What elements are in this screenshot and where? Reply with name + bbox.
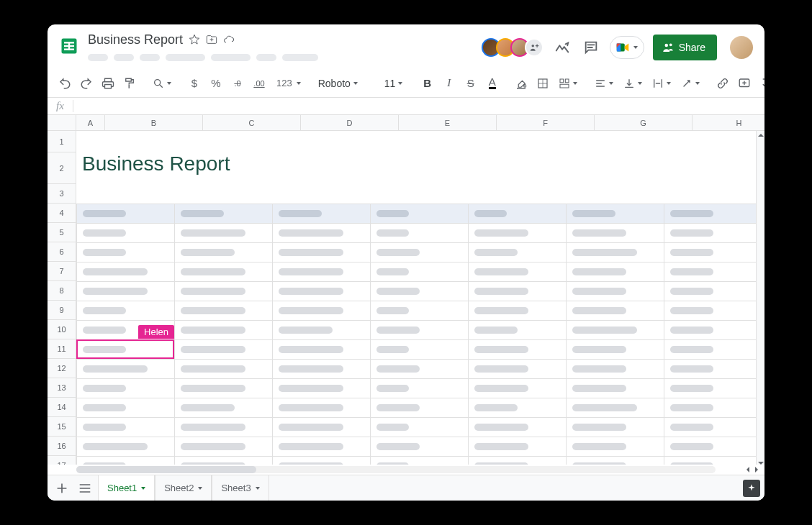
table-cell[interactable] <box>469 437 567 457</box>
merge-dropdown[interactable] <box>554 78 582 89</box>
table-cell[interactable] <box>469 379 567 398</box>
table-cell[interactable] <box>567 340 664 360</box>
select-all-corner[interactable] <box>48 115 76 130</box>
table-cell[interactable] <box>371 282 469 301</box>
table-cell[interactable] <box>77 301 175 321</box>
wrap-dropdown[interactable] <box>648 78 675 89</box>
table-cell[interactable] <box>77 437 175 457</box>
cloud-status-icon[interactable] <box>223 34 235 45</box>
table-cell[interactable] <box>567 243 664 262</box>
table-cell[interactable] <box>469 340 567 360</box>
table-cell[interactable] <box>567 437 664 457</box>
table-cell[interactable] <box>567 262 664 282</box>
table-cell[interactable] <box>567 282 664 301</box>
table-cell[interactable] <box>273 360 371 379</box>
table-cell[interactable] <box>371 360 469 379</box>
horizontal-scrollbar[interactable] <box>48 465 764 475</box>
row-header[interactable]: 15 <box>48 417 76 437</box>
sheet-tab[interactable]: Sheet3 <box>212 475 269 501</box>
table-cell[interactable] <box>664 398 758 418</box>
link-button[interactable] <box>713 73 733 93</box>
table-cell[interactable] <box>664 301 758 321</box>
share-button[interactable]: Share <box>653 35 717 60</box>
column-header[interactable]: D <box>301 115 399 130</box>
table-cell[interactable] <box>664 321 758 340</box>
row-header[interactable]: 9 <box>48 301 76 320</box>
halign-dropdown[interactable] <box>590 78 618 89</box>
add-sheet-button[interactable] <box>52 478 72 498</box>
table-cell[interactable] <box>175 224 273 243</box>
table-cell[interactable] <box>77 262 175 282</box>
anonymous-collaborator-avatar[interactable] <box>525 38 543 57</box>
table-cell[interactable] <box>664 379 758 398</box>
table-cell[interactable] <box>175 379 273 398</box>
table-cell[interactable] <box>273 282 371 301</box>
menu-item[interactable] <box>140 54 160 61</box>
redo-button[interactable] <box>76 73 96 93</box>
italic-button[interactable]: I <box>439 73 459 93</box>
font-dropdown[interactable]: Roboto <box>314 78 371 89</box>
table-cell[interactable] <box>371 340 469 360</box>
column-header[interactable]: H <box>693 115 764 130</box>
menu-item[interactable] <box>88 54 108 61</box>
currency-button[interactable]: $ <box>184 73 204 93</box>
table-cell[interactable] <box>77 282 175 301</box>
table-cell[interactable] <box>469 418 567 437</box>
format-dropdown[interactable]: 123 <box>271 78 305 88</box>
table-cell[interactable] <box>469 457 567 465</box>
column-header[interactable]: B <box>105 115 203 130</box>
sheet-tab[interactable]: Sheet2 <box>155 475 212 501</box>
table-header-cell[interactable] <box>567 204 664 224</box>
cells-area[interactable]: Business Report Helen <box>76 131 764 465</box>
table-cell[interactable] <box>567 321 664 340</box>
table-cell[interactable] <box>273 457 371 465</box>
table-cell[interactable] <box>664 360 758 379</box>
table-cell[interactable] <box>371 398 469 418</box>
row-header[interactable]: 13 <box>48 378 76 398</box>
table-cell[interactable] <box>273 243 371 262</box>
table-cell[interactable] <box>77 224 175 243</box>
move-icon[interactable] <box>206 34 217 45</box>
meet-button[interactable] <box>610 36 644 59</box>
comments-icon[interactable] <box>581 37 601 58</box>
table-cell[interactable] <box>371 243 469 262</box>
table-cell[interactable] <box>469 262 567 282</box>
table-cell[interactable] <box>175 262 273 282</box>
table-cell[interactable] <box>77 457 175 465</box>
column-header[interactable]: F <box>497 115 595 130</box>
table-cell[interactable] <box>77 360 175 379</box>
paint-format-button[interactable] <box>119 73 140 93</box>
table-cell[interactable] <box>273 437 371 457</box>
table-cell[interactable] <box>371 321 469 340</box>
table-cell[interactable] <box>273 301 371 321</box>
table-cell[interactable] <box>175 282 273 301</box>
table-cell[interactable] <box>175 457 273 465</box>
menu-item[interactable] <box>256 54 276 61</box>
table-cell[interactable] <box>273 418 371 437</box>
table-cell[interactable] <box>371 379 469 398</box>
expand-toolbar-button[interactable] <box>756 73 764 93</box>
column-header[interactable]: C <box>203 115 301 130</box>
vertical-scrollbar[interactable] <box>756 131 764 465</box>
row-header[interactable]: 11 <box>48 339 76 359</box>
row-header[interactable]: 6 <box>48 242 76 262</box>
table-cell[interactable] <box>175 301 273 321</box>
table-header-cell[interactable] <box>469 204 567 224</box>
table-cell[interactable] <box>175 437 273 457</box>
decrease-decimal-button[interactable]: .0 <box>227 73 248 93</box>
rotate-dropdown[interactable] <box>677 78 704 89</box>
table-cell[interactable] <box>567 360 664 379</box>
row-header[interactable]: 1 <box>48 131 76 152</box>
table-cell[interactable] <box>664 243 758 262</box>
column-header[interactable]: E <box>399 115 497 130</box>
percent-button[interactable]: % <box>206 73 226 93</box>
table-cell[interactable] <box>567 457 664 465</box>
font-size-dropdown[interactable]: 11 <box>380 78 409 89</box>
table-cell[interactable] <box>567 301 664 321</box>
row-header[interactable]: 2 <box>48 152 76 184</box>
table-cell[interactable] <box>175 418 273 437</box>
table-cell[interactable] <box>469 301 567 321</box>
table-cell[interactable] <box>664 340 758 360</box>
column-header[interactable]: G <box>595 115 693 130</box>
table-cell[interactable] <box>567 398 664 418</box>
